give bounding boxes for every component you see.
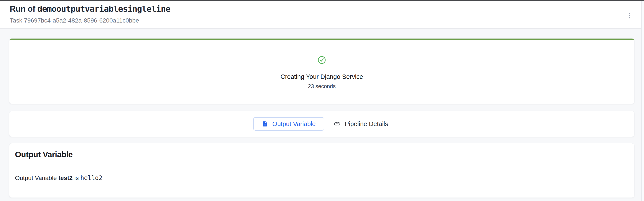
tab-output-variable-label: Output Variable <box>272 120 316 128</box>
tab-pipeline-details[interactable]: Pipeline Details <box>331 117 390 131</box>
output-variable-name: test2 <box>58 175 72 181</box>
status-duration: 23 seconds <box>308 83 336 90</box>
check-circle-icon <box>318 56 326 64</box>
kebab-menu-icon <box>626 12 633 20</box>
status-card: Creating Your Django Service 23 seconds <box>9 38 634 104</box>
page-title-prefix: Run of <box>10 4 37 13</box>
output-variable-line: Output Variable test2 is hello2 <box>15 174 628 182</box>
status-accent-bar <box>9 38 634 40</box>
document-icon <box>262 121 268 127</box>
output-section-heading: Output Variable <box>15 150 628 159</box>
output-variable-value: hello2 <box>80 174 102 182</box>
tab-pipeline-details-label: Pipeline Details <box>345 120 388 128</box>
page-title: Run of demooutputvariablesingleline <box>10 4 170 14</box>
output-variable-card: Output Variable Output Variable test2 is… <box>9 143 634 198</box>
status-title: Creating Your Django Service <box>280 73 363 81</box>
run-name: demooutputvariablesingleline <box>37 4 170 14</box>
status-card-body: Creating Your Django Service 23 seconds <box>9 40 634 104</box>
kebab-menu-button[interactable] <box>625 11 634 20</box>
link-icon <box>334 120 341 128</box>
page-header: Run of demooutputvariablesingleline Task… <box>0 1 644 29</box>
tab-output-variable[interactable]: Output Variable <box>253 117 324 131</box>
scrollbar-track[interactable] <box>642 1 644 201</box>
output-line-prefix: Output Variable <box>15 175 58 181</box>
output-line-middle: is <box>73 175 80 181</box>
tab-bar-card: Output Variable Pipeline Details <box>9 111 634 137</box>
tab-row: Output Variable Pipeline Details <box>253 117 390 131</box>
task-id-subtitle: Task 79697bc4-a5a2-482a-8596-6200a11c0bb… <box>10 17 139 24</box>
